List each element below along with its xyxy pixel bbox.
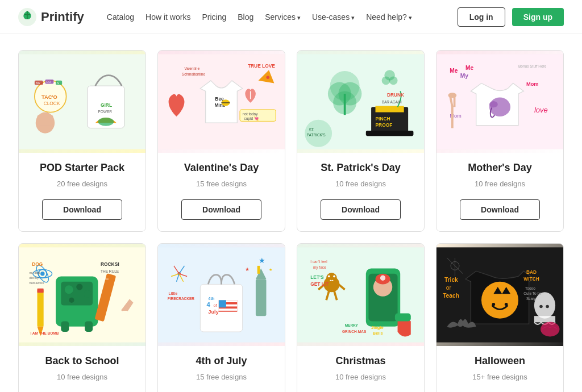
card-title-4th-of-july: 4th of July	[196, 355, 247, 367]
card-subtitle-mothers-day: 10 free designs	[475, 180, 525, 188]
svg-point-115	[380, 276, 385, 281]
download-button-pod-starter[interactable]: Download	[42, 199, 122, 220]
brand-logo[interactable]: Printify	[18, 8, 84, 26]
svg-text:Trick: Trick	[444, 277, 458, 283]
card-image-pod-starter: GIRL POWER TAC'O CLOCK BA CO N	[19, 51, 146, 153]
svg-text:4: 4	[206, 301, 210, 308]
card-subtitle-valentines-day: 15 free designs	[196, 180, 247, 188]
svg-text:ST.: ST.	[309, 128, 314, 132]
nav-blog[interactable]: Blog	[238, 12, 253, 22]
svg-rect-73	[38, 289, 44, 293]
svg-point-63	[65, 285, 73, 294]
svg-text:★: ★	[259, 256, 265, 265]
card-subtitle-halloween: 15+ free designs	[472, 373, 527, 381]
nav-auth: Log in Sign up	[458, 7, 564, 27]
svg-point-134	[481, 282, 518, 319]
download-button-st-patricks-day[interactable]: Download	[321, 199, 401, 220]
svg-text:did my: did my	[30, 276, 39, 280]
svg-point-120	[328, 276, 330, 278]
nav-pricing[interactable]: Pricing	[202, 12, 226, 22]
svg-rect-67	[61, 321, 69, 332]
card-image-4th-of-july: 4th 4 of July Little FIRECRACKER ★ ★ ★	[158, 244, 285, 346]
svg-text:DOG: DOG	[32, 261, 43, 267]
card-body-christmas: Christmas 10 free designs Download	[297, 346, 424, 392]
card-title-st-patricks-day: St. Patrick's Day	[321, 162, 400, 174]
nav-use-cases[interactable]: Use-cases	[312, 12, 355, 22]
card-body-mothers-day: Mother's Day 10 free designs Download	[436, 153, 563, 231]
svg-point-66	[69, 298, 74, 303]
card-body-valentines-day: Valentine's Day 15 free designs Download	[158, 153, 285, 231]
card-title-mothers-day: Mother's Day	[468, 162, 531, 174]
svg-text:BA: BA	[36, 81, 40, 85]
svg-rect-71	[38, 290, 44, 327]
svg-text:LET'S: LET'S	[310, 274, 324, 280]
svg-text:WITCH: WITCH	[523, 276, 539, 282]
nav-links: Catalog How it works Pricing Blog Servic…	[107, 12, 444, 22]
svg-text:FIRECRACKER: FIRECRACKER	[168, 297, 195, 301]
svg-text:cupid 💘: cupid 💘	[244, 116, 259, 121]
svg-point-51	[489, 101, 498, 107]
card-image-st-patricks-day: PINCH PROOF ST. PATRICK'S DRUNK BAR AGAI…	[297, 51, 424, 153]
svg-text:GIRL: GIRL	[101, 102, 112, 108]
nav-how-it-works[interactable]: How it works	[146, 12, 190, 22]
login-button[interactable]: Log in	[458, 7, 505, 27]
svg-text:Me: Me	[465, 65, 474, 71]
svg-text:Toooo: Toooo	[525, 286, 535, 290]
card-mothers-day: Me My Me Mom Mom love Bonus Stuff Here M…	[436, 50, 564, 232]
svg-text:TRUE LOVE: TRUE LOVE	[248, 63, 275, 69]
nav-catalog[interactable]: Catalog	[107, 12, 134, 22]
card-st-patricks-day: PINCH PROOF ST. PATRICK'S DRUNK BAR AGAI…	[297, 50, 425, 232]
navbar: Printify Catalog How it works Pricing Bl…	[0, 0, 582, 34]
svg-text:PINCH: PINCH	[376, 116, 390, 122]
svg-point-138	[505, 303, 508, 306]
svg-text:Bells: Bells	[373, 331, 383, 336]
svg-text:of: of	[214, 303, 218, 308]
svg-text:BAD: BAD	[526, 269, 537, 275]
card-body-halloween: Halloween 15+ free designs Download	[436, 346, 563, 392]
card-back-to-school: DOG ROCKS! THE RULE I AM THE BOMB my dog…	[18, 243, 146, 392]
card-title-back-to-school: Back to School	[45, 355, 119, 367]
signup-button[interactable]: Sign up	[512, 8, 564, 26]
svg-text:★: ★	[269, 267, 272, 272]
svg-text:POWER: POWER	[98, 110, 112, 114]
svg-text:CO: CO	[46, 80, 51, 84]
card-pod-starter: GIRL POWER TAC'O CLOCK BA CO N POD Start…	[18, 50, 146, 232]
svg-point-64	[76, 283, 82, 290]
svg-rect-145	[534, 316, 555, 322]
design-packs-grid: GIRL POWER TAC'O CLOCK BA CO N POD Start…	[18, 50, 564, 392]
svg-point-146	[539, 305, 543, 308]
card-subtitle-pod-starter: 20 free designs	[57, 180, 107, 188]
svg-text:4th: 4th	[208, 296, 215, 301]
card-title-valentines-day: Valentine's Day	[184, 162, 259, 174]
svg-text:Bonus Stuff Here: Bonus Stuff Here	[518, 64, 547, 68]
svg-text:BAR AGAIN: BAR AGAIN	[382, 100, 402, 104]
svg-text:ROCKS!: ROCKS!	[101, 261, 119, 267]
svg-text:love: love	[534, 106, 548, 114]
brand-name: Printify	[41, 10, 84, 24]
card-halloween: Trick or Teach BAD WITCH Toooo Cute To b…	[436, 243, 564, 392]
card-christmas: Jingle Bells I can't feel my face LET'S …	[297, 243, 425, 392]
nav-need-help[interactable]: Need help?	[366, 12, 412, 22]
svg-text:Teach: Teach	[443, 293, 459, 299]
card-image-mothers-day: Me My Me Mom Mom love Bonus Stuff Here	[436, 51, 563, 153]
svg-point-26	[266, 76, 269, 79]
svg-rect-103	[256, 279, 267, 316]
download-button-valentines-day[interactable]: Download	[181, 199, 261, 220]
svg-rect-41	[376, 106, 404, 112]
svg-text:I can't feel: I can't feel	[310, 260, 327, 264]
svg-text:I AM THE BOMB: I AM THE BOMB	[30, 331, 59, 335]
svg-point-77	[40, 272, 44, 276]
card-subtitle-st-patricks-day: 10 free designs	[335, 180, 386, 188]
card-image-back-to-school: DOG ROCKS! THE RULE I AM THE BOMB my dog…	[19, 244, 146, 346]
svg-point-65	[84, 290, 91, 298]
svg-text:Mom: Mom	[526, 81, 539, 87]
download-button-mothers-day[interactable]: Download	[460, 199, 540, 220]
svg-text:N: N	[57, 81, 59, 85]
nav-services[interactable]: Services	[265, 12, 301, 22]
svg-text:or: or	[446, 285, 452, 291]
main-content: GIRL POWER TAC'O CLOCK BA CO N POD Start…	[0, 34, 582, 392]
card-image-halloween: Trick or Teach BAD WITCH Toooo Cute To b…	[436, 244, 563, 346]
svg-text:Jingle: Jingle	[371, 325, 383, 330]
svg-point-58	[448, 93, 456, 98]
svg-point-121	[333, 276, 335, 278]
